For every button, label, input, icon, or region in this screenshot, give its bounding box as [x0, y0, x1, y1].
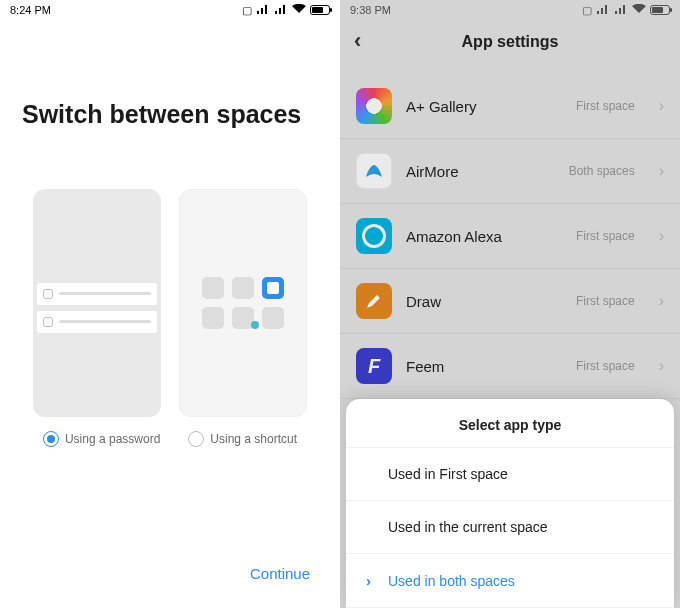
sheet-option-current-space[interactable]: Used in the current space: [346, 501, 674, 554]
radio-shortcut[interactable]: Using a shortcut: [188, 431, 297, 447]
switch-options: [0, 129, 340, 417]
page-title: Switch between spaces: [0, 20, 340, 129]
radio-icon: [43, 431, 59, 447]
sheet-title: Select app type: [346, 399, 674, 448]
status-time: 8:24 PM: [10, 4, 51, 16]
status-icons: ▢: [242, 4, 330, 17]
continue-button[interactable]: Continue: [250, 565, 310, 582]
mock-lock-row: [37, 283, 157, 305]
option-card-password[interactable]: [33, 189, 161, 417]
sheet-option-label: Used in the current space: [388, 519, 548, 535]
mock-lock-row: [37, 311, 157, 333]
rotate-icon: ▢: [242, 4, 252, 17]
wifi-icon: [292, 4, 306, 16]
sheet-option-both-spaces[interactable]: › Used in both spaces: [346, 554, 674, 608]
screen-app-settings: 9:38 PM ▢ ‹ App settings: [340, 0, 680, 608]
battery-icon: [310, 5, 330, 15]
sheet-option-first-space[interactable]: Used in First space: [346, 448, 674, 501]
select-app-type-sheet: Select app type Used in First space Used…: [346, 399, 674, 608]
radio-label: Using a password: [65, 432, 160, 446]
radio-label: Using a shortcut: [210, 432, 297, 446]
radio-password[interactable]: Using a password: [43, 431, 160, 447]
radio-icon: [188, 431, 204, 447]
signal-icon-2: [274, 5, 288, 15]
sheet-option-label: Used in both spaces: [388, 573, 515, 589]
cursor-icon: [251, 321, 259, 329]
switch-radios: Using a password Using a shortcut: [0, 431, 340, 447]
screen-switch-spaces: 8:24 PM ▢ Switch between spaces: [0, 0, 340, 608]
sheet-option-label: Used in First space: [388, 466, 508, 482]
signal-icon: [256, 5, 270, 15]
status-bar: 8:24 PM ▢: [0, 0, 340, 20]
check-icon: ›: [366, 572, 380, 589]
option-card-shortcut[interactable]: [179, 189, 307, 417]
